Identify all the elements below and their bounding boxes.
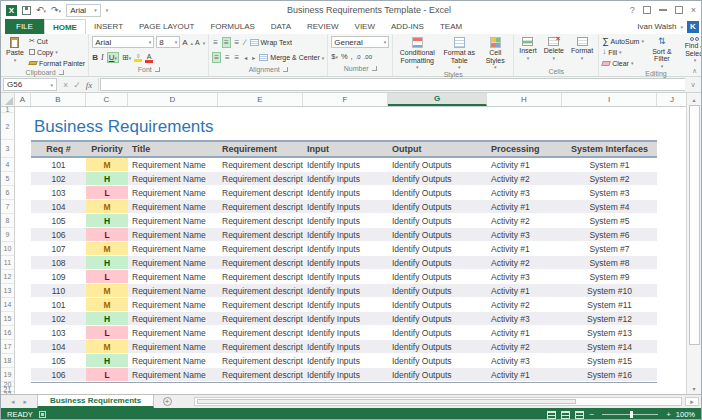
cell-priority[interactable]: L — [86, 368, 128, 381]
column-header-e[interactable]: E — [218, 93, 303, 106]
table-header-requirement[interactable]: Requirement — [218, 142, 303, 156]
clear-button[interactable]: Clear▾ — [602, 58, 644, 68]
zoom-slider-thumb[interactable] — [630, 411, 633, 418]
italic-button[interactable]: I — [101, 53, 104, 62]
number-format-select[interactable]: General▾ — [331, 36, 389, 48]
column-header-g[interactable]: G — [388, 93, 487, 106]
table-row[interactable]: 103LRequirement NameRequirement descript… — [31, 326, 657, 340]
percent-button[interactable]: % — [341, 52, 348, 61]
increase-indent-button[interactable]: ▸ — [251, 54, 256, 61]
cell-processing[interactable]: Activity #1 — [487, 242, 562, 255]
cell-req[interactable]: 101 — [31, 298, 86, 311]
cell-req[interactable]: 106 — [31, 228, 86, 241]
cell-title[interactable]: Requirement Name — [128, 354, 218, 367]
underline-button[interactable]: U▾ — [107, 52, 119, 63]
cell-system[interactable]: System #13 — [562, 326, 657, 339]
ribbon-tab-add-ins[interactable]: ADD-INS — [383, 19, 432, 34]
cell-req[interactable]: 103 — [31, 186, 86, 199]
cell-title[interactable]: Requirement Name — [128, 312, 218, 325]
cell-title[interactable]: Requirement Name — [128, 270, 218, 283]
number-dialog-launcher[interactable] — [372, 66, 377, 71]
cell-priority[interactable]: H — [86, 172, 128, 185]
vertical-scrollbar-thumb[interactable] — [689, 105, 700, 345]
align-top-button[interactable]: ≡ — [212, 38, 219, 47]
cell-requirement[interactable]: Requirement description — [218, 186, 303, 199]
autosum-button[interactable]: ∑AutoSum▾ — [602, 36, 644, 46]
cell-processing[interactable]: Activity #3 — [487, 186, 562, 199]
column-header-f[interactable]: F — [303, 93, 388, 106]
cell-title[interactable]: Requirement Name — [128, 368, 218, 381]
column-header-d[interactable]: D — [128, 93, 218, 106]
cell-requirement[interactable]: Requirement description — [218, 228, 303, 241]
cell-system[interactable]: System #4 — [562, 200, 657, 213]
find-select-button[interactable]: Find & Select▾ — [680, 36, 702, 64]
column-header-c[interactable]: C — [86, 93, 128, 106]
sheet-nav-next-button[interactable]: ▸ — [24, 398, 28, 406]
cell-processing[interactable]: Activity #3 — [487, 228, 562, 241]
font-name-select[interactable]: Arial▾ — [92, 36, 154, 48]
cell-requirement[interactable]: Requirement description — [218, 158, 303, 171]
fill-button[interactable]: ↓Fill▾ — [602, 47, 644, 57]
ribbon-tab-file[interactable]: FILE — [5, 19, 44, 34]
cancel-button[interactable]: × — [63, 80, 68, 90]
sheet-nav-prev-button[interactable]: ◂ — [11, 398, 15, 406]
row-header-18[interactable]: 18 — [1, 354, 14, 368]
cell-priority[interactable]: L — [86, 270, 128, 283]
cell-input[interactable]: Identify Inputs — [303, 284, 388, 297]
cell-output[interactable]: Identify Outputs — [388, 312, 487, 325]
avatar[interactable]: K — [687, 21, 699, 33]
ribbon-tab-review[interactable]: REVIEW — [299, 19, 347, 34]
cell-priority[interactable]: L — [86, 228, 128, 241]
row-header-15[interactable]: 15 — [1, 312, 14, 326]
cut-button[interactable]: ✂Cut — [29, 36, 85, 46]
table-row[interactable]: 104MRequirement NameRequirement descript… — [31, 200, 657, 214]
decrease-decimal-button[interactable]: .00 — [364, 54, 372, 60]
cell-priority[interactable]: M — [86, 298, 128, 311]
table-header-title[interactable]: Title — [128, 142, 218, 156]
help-button[interactable]: ? — [630, 5, 635, 15]
table-header-req[interactable]: Req # — [31, 142, 86, 156]
cell-title[interactable]: Requirement Name — [128, 172, 218, 185]
cell-processing[interactable]: Activity #3 — [487, 270, 562, 283]
cell-req[interactable]: 106 — [31, 368, 86, 381]
align-bottom-button[interactable]: ≡ — [234, 38, 241, 47]
accounting-format-button[interactable]: $▾ — [331, 52, 338, 61]
redo-button[interactable]: ↷▾ — [51, 6, 61, 15]
cell-processing[interactable]: Activity #1 — [487, 368, 562, 381]
sort-filter-button[interactable]: ⇅Sort & Filter▾ — [647, 36, 677, 70]
zoom-level[interactable]: 100% — [676, 410, 695, 419]
cell-output[interactable]: Identify Outputs — [388, 214, 487, 227]
scroll-right-button[interactable]: ▸ — [685, 397, 699, 406]
bold-button[interactable]: B — [92, 53, 98, 62]
cell-system[interactable]: System #7 — [562, 242, 657, 255]
cell-system[interactable]: System #8 — [562, 256, 657, 269]
cell-output[interactable]: Identify Outputs — [388, 186, 487, 199]
cell-system[interactable]: System #14 — [562, 340, 657, 353]
column-header-b[interactable]: B — [31, 93, 86, 106]
cell-processing[interactable]: Activity #1 — [487, 200, 562, 213]
delete-button[interactable]: Delete▾ — [542, 36, 566, 62]
row-header-11[interactable]: 11 — [1, 256, 14, 270]
cell-requirement[interactable]: Requirement description — [218, 340, 303, 353]
merge-center-button[interactable]: Merge & Center▾ — [259, 53, 324, 63]
align-middle-button[interactable]: ≡ — [222, 37, 231, 48]
cell-priority[interactable]: M — [86, 200, 128, 213]
cell-requirement[interactable]: Requirement description — [218, 256, 303, 269]
cell-title[interactable]: Requirement Name — [128, 186, 218, 199]
view-normal-button[interactable] — [547, 411, 556, 419]
cell-system[interactable]: System #12 — [562, 312, 657, 325]
cell-output[interactable]: Identify Outputs — [388, 298, 487, 311]
cell-input[interactable]: Identify Inputs — [303, 186, 388, 199]
row-header-10[interactable]: 10 — [1, 242, 14, 256]
new-sheet-button[interactable]: + — [154, 395, 180, 408]
view-page-break-button[interactable] — [575, 411, 584, 419]
sheet-tab-business-requirements[interactable]: Business Requirements — [37, 395, 154, 408]
cell-input[interactable]: Identify Inputs — [303, 368, 388, 381]
cell-system[interactable]: System #1 — [562, 158, 657, 171]
cell-output[interactable]: Identify Outputs — [388, 354, 487, 367]
enter-button[interactable]: ✓ — [73, 80, 81, 90]
table-row[interactable]: 109LRequirement NameRequirement descript… — [31, 270, 657, 284]
macro-record-button[interactable] — [39, 411, 46, 418]
zoom-slider[interactable] — [602, 414, 658, 415]
cell-processing[interactable]: Activity #2 — [487, 340, 562, 353]
